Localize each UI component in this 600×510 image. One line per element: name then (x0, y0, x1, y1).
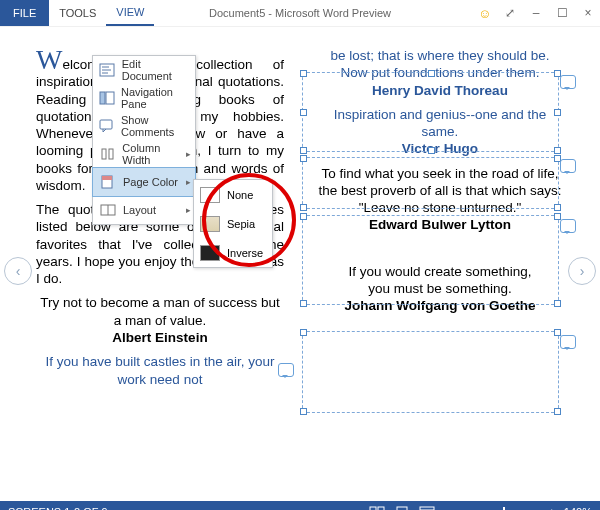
feedback-icon[interactable]: ☺ (478, 6, 490, 21)
navigation-pane-icon (99, 90, 115, 106)
svg-rect-1 (100, 92, 105, 104)
tab-view[interactable]: VIEW (106, 0, 154, 26)
quote-author: Albert Einstein (112, 330, 207, 345)
full-screen-button[interactable]: ⤢ (504, 6, 516, 20)
close-button[interactable]: × (582, 6, 594, 20)
status-right: – + 140% (369, 506, 592, 510)
submenu-label: Sepia (227, 218, 255, 230)
quote: If you would create some­thing, you must… (316, 263, 564, 315)
quote: be lost; that is where they should be. N… (316, 47, 564, 99)
comment-icon[interactable] (560, 75, 576, 89)
quote-text: Inspiration and genius--one and the same… (334, 107, 546, 139)
column-width-icon (99, 146, 116, 162)
status-bar: SCREENS 1-2 OF 9 – + 140% (0, 501, 600, 510)
menu-edit-document[interactable]: Edit Document (93, 56, 195, 84)
submenu-label: None (227, 189, 253, 201)
menu-label: Layout (123, 204, 156, 216)
print-layout-icon[interactable] (394, 506, 410, 510)
submenu-label: Inverse (227, 247, 263, 259)
menu-label: Page Color (123, 176, 178, 188)
web-layout-icon[interactable] (419, 506, 435, 510)
minimize-button[interactable]: – (530, 6, 542, 20)
page-color-submenu: None Sepia Inverse (193, 179, 273, 268)
svg-rect-4 (102, 149, 106, 159)
menu-label: Show Comments (121, 114, 189, 138)
layout-icon (99, 202, 117, 218)
swatch-none-icon (200, 187, 220, 203)
quote-line: "Leave no stone unturned." (359, 200, 522, 215)
quote-author: Victor Hugo (402, 141, 478, 156)
quote-author: Henry David Thoreau (372, 83, 508, 98)
menu-label: Column Width (122, 142, 189, 166)
tab-file[interactable]: FILE (0, 0, 49, 26)
page-right: be lost; that is where they should be. N… (304, 39, 576, 477)
window-title: Document5 - Microsoft Word Preview (209, 7, 391, 19)
svg-rect-2 (106, 92, 114, 104)
comment-icon[interactable] (560, 219, 576, 233)
quote-line: you must be something. (368, 281, 511, 296)
dropcap: W (36, 44, 62, 75)
prev-page-button[interactable]: ‹ (4, 257, 32, 285)
comment-icon[interactable] (560, 335, 576, 349)
maximize-button[interactable]: ☐ (556, 6, 568, 20)
menu-column-width[interactable]: Column Width ▸ (93, 140, 195, 168)
menu-label: Edit Document (122, 58, 189, 82)
menu-page-color[interactable]: Page Color ▸ (92, 167, 196, 197)
view-menu: Edit Document Navigation Pane Show Comme… (92, 55, 196, 225)
ribbon-tabs: FILE TOOLS VIEW (0, 0, 154, 26)
quote-line: If you would create some­thing, (348, 264, 531, 279)
comments-icon (99, 118, 115, 134)
swatch-sepia-icon (200, 216, 220, 232)
zoom-in-button[interactable]: + (548, 506, 554, 510)
quote-author: Edward Bulwer Lytton (369, 217, 511, 232)
read-mode-icon[interactable] (369, 506, 385, 510)
menu-layout[interactable]: Layout ▸ (93, 196, 195, 224)
chevron-right-icon: ▸ (186, 205, 191, 215)
document-area: ‹ › Welcome to my collection of inspirat… (0, 27, 600, 501)
page-color-inverse[interactable]: Inverse (194, 238, 272, 267)
page-color-sepia[interactable]: Sepia (194, 209, 272, 238)
quote-text: be lost; that is where they should be. N… (330, 48, 549, 80)
quote-line: the best proverb of all is that which sa… (318, 183, 561, 198)
comment-icon[interactable] (278, 363, 294, 377)
window-controls: ☺ ⤢ – ☐ × (478, 0, 594, 26)
status-screens[interactable]: SCREENS 1-2 OF 9 (8, 506, 108, 510)
quote: If you have built castles in the air, yo… (36, 353, 284, 388)
chevron-right-icon: ▸ (186, 177, 191, 187)
page-color-none[interactable]: None (194, 180, 272, 209)
swatch-inverse-icon (200, 245, 220, 261)
svg-rect-7 (102, 176, 112, 180)
comment-icon[interactable] (560, 159, 576, 173)
title-bar: FILE TOOLS VIEW Document5 - Microsoft Wo… (0, 0, 600, 27)
quote-line: To find what you seek in the road of lif… (321, 166, 558, 181)
menu-label: Navigation Pane (121, 86, 189, 110)
zoom-level[interactable]: 140% (564, 506, 592, 510)
quote-text: Try not to become a man of success but a… (40, 295, 280, 327)
svg-rect-5 (109, 149, 113, 159)
quote: Inspiration and genius--one and the same… (316, 106, 564, 158)
edit-icon (99, 62, 116, 78)
quote: To find what you seek in the road of lif… (316, 165, 564, 234)
page-color-icon (99, 174, 117, 190)
chevron-right-icon: ▸ (186, 149, 191, 159)
menu-show-comments[interactable]: Show Comments (93, 112, 195, 140)
menu-navigation-pane[interactable]: Navigation Pane (93, 84, 195, 112)
tab-tools[interactable]: TOOLS (49, 0, 106, 26)
svg-rect-3 (100, 120, 112, 129)
quote-author: Johann Wolfgang von Goethe (345, 298, 536, 313)
quote: Try not to become a man of success but a… (36, 294, 284, 346)
zoom-out-button[interactable]: – (444, 506, 450, 510)
next-page-button[interactable]: › (568, 257, 596, 285)
